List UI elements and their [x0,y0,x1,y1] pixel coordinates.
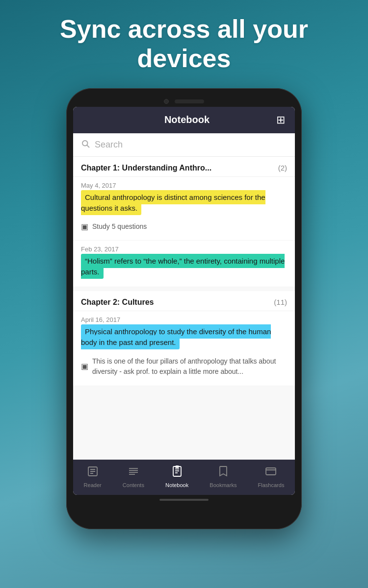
reader-icon [87,466,99,480]
hero-text: Sync across all your devices [0,15,368,74]
flashcards-label: Flashcards [258,482,285,488]
contents-icon [128,466,139,480]
note-date: April 16, 2017 [81,316,287,323]
highlight-teal: “Holism” refers to “the whole,” the enti… [81,254,285,279]
chapter-section-1: Chapter 1: Understanding Anthro... (2) M… [73,157,295,287]
note-date: May 4, 2017 [81,182,287,189]
home-bar [159,499,209,501]
highlight-blue: Physical anthropology to study the diver… [81,324,271,350]
study-row[interactable]: ▣ Study 5 questions [81,218,287,235]
phone-screen: Notebook ⊞ Search Chapter 1: Und [73,107,295,495]
chapter-2-title: Chapter 2: Cultures [81,298,154,307]
chapter-1-title: Chapter 1: Understanding Anthro... [81,164,211,172]
nav-item-notebook[interactable]: Notebook [160,464,193,490]
nav-item-reader[interactable]: Reader [79,464,106,490]
note-icon: ▣ [81,362,88,371]
svg-line-1 [87,145,89,147]
nav-item-contents[interactable]: Contents [118,464,149,490]
note-body-text: This is one of the four pillars of anthr… [92,356,287,377]
phone-camera [164,99,169,104]
study-icon: ▣ [81,222,88,231]
chapter-section-2: Chapter 2: Cultures (11) April 16, 2017 … [73,291,295,386]
filter-icon[interactable]: ⊞ [276,114,285,126]
note-entry: May 4, 2017 Cultural anthropology is dis… [73,177,295,241]
note-text-row: ▣ This is one of the four pillars of ant… [81,352,287,381]
chapter-2-count: (11) [274,298,287,306]
nav-item-flashcards[interactable]: Flashcards [253,464,289,490]
flashcards-icon [265,466,277,480]
content-area: Chapter 1: Understanding Anthro... (2) M… [73,157,295,460]
app-header-title: Notebook [98,114,276,125]
note-entry: Feb 23, 2017 “Holism” refers to “the who… [73,241,295,287]
notebook-label: Notebook [165,482,188,488]
bottom-nav: Reader Contents [73,460,295,495]
contents-label: Contents [123,482,144,488]
search-placeholder: Search [95,140,123,150]
chapter-1-count: (2) [278,164,287,172]
search-bar[interactable]: Search [73,133,295,157]
bookmarks-icon [217,466,229,480]
search-icon [81,139,90,150]
note-date: Feb 23, 2017 [81,245,287,253]
bookmarks-label: Bookmarks [210,482,237,488]
app-header: Notebook ⊞ [73,107,295,133]
notebook-icon [171,466,183,480]
note-entry: April 16, 2017 Physical anthropology to … [73,311,295,386]
nav-item-bookmarks[interactable]: Bookmarks [205,464,241,490]
phone-device: Notebook ⊞ Search Chapter 1: Und [66,88,302,529]
reader-label: Reader [84,482,102,488]
study-text: Study 5 questions [92,222,147,230]
svg-rect-14 [176,466,179,467]
svg-rect-15 [266,468,276,475]
phone-speaker [175,99,204,103]
highlight-yellow: Cultural anthropology is distinct among … [81,190,265,216]
svg-rect-10 [173,466,181,476]
